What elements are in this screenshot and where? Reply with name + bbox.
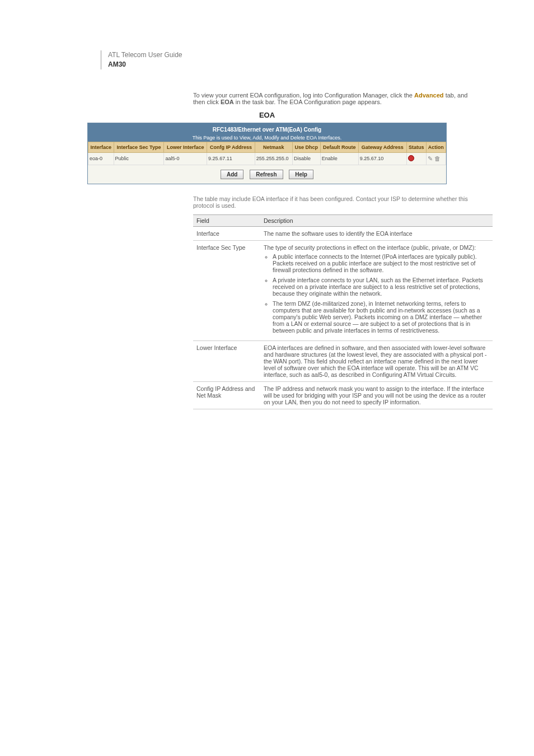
doc-header: ATL Telecom User Guide AM30 — [101, 50, 478, 69]
cell-status — [406, 152, 426, 165]
col-action: Action — [426, 142, 446, 152]
below-panel-text: The table may include EOA interface if i… — [193, 195, 478, 209]
cell-lower: aal5-0 — [164, 152, 207, 165]
cell-interface: eoa-0 — [88, 152, 114, 165]
col-gateway: Gateway Address — [358, 142, 406, 152]
status-dot-icon — [408, 155, 414, 161]
advanced-tab-label: Advanced — [414, 92, 444, 99]
col-confg-ip: Confg IP Address — [207, 142, 255, 152]
delete-icon[interactable]: 🗑 — [434, 156, 440, 161]
eoa-link-label: EOA — [221, 99, 234, 105]
model-name: AM30 — [108, 60, 478, 69]
field-row-sec-type: Interface Sec Type The type of security … — [193, 241, 493, 341]
field-desc: The type of security protections in effe… — [264, 244, 489, 337]
col-lower: Lower Interface — [164, 142, 207, 152]
col-status: Status — [406, 142, 426, 152]
col-interface: Interface — [88, 142, 114, 152]
field-table-header: Field Description — [193, 215, 493, 227]
eoa-caption: EOA — [56, 111, 478, 119]
field-name: Interface Sec Type — [196, 244, 264, 337]
col-use-dhcp: Use Dhcp — [292, 142, 320, 152]
list-item: A private interface connects to your LAN… — [273, 277, 489, 297]
edit-icon[interactable]: ✎ — [428, 156, 433, 161]
list-item: The term DMZ (de-militarized zone), in I… — [273, 300, 489, 334]
refresh-button[interactable]: Refresh — [250, 170, 283, 179]
field-row-lower-interface: Lower Interface EOA interfaces are defin… — [193, 341, 493, 382]
help-button[interactable]: Help — [289, 170, 313, 179]
cell-gw: 9.25.67.10 — [358, 152, 406, 165]
col-netmask: Netmask — [255, 142, 292, 152]
field-col-header: Field — [196, 217, 264, 224]
field-row-config-ip: Config IP Address and Net Mask The IP ad… — [193, 382, 493, 409]
cell-mask: 255.255.255.0 — [255, 152, 292, 165]
eoa-config-panel: RFC1483/Ethernet over ATM(EoA) Config Th… — [87, 123, 447, 184]
field-row-interface: Interface The name the software uses to … — [193, 227, 493, 241]
col-sec-type: Interface Sec Type — [114, 142, 164, 152]
field-name: Config IP Address and Net Mask — [196, 385, 264, 405]
field-desc: The IP address and network mask you want… — [264, 385, 489, 405]
cell-action: ✎ 🗑 — [426, 152, 446, 165]
field-definitions-table: Field Description Interface The name the… — [193, 214, 493, 409]
panel-header: RFC1483/Ethernet over ATM(EoA) Config Th… — [88, 123, 446, 142]
cell-ip: 9.25.67.11 — [207, 152, 255, 165]
guide-name: ATL Telecom User Guide — [108, 50, 478, 60]
col-def-route: Default Route — [320, 142, 358, 152]
list-item: A public interface connects to the Inter… — [273, 253, 489, 273]
description-col-header: Description — [264, 217, 489, 224]
sec-type-list: A public interface connects to the Inter… — [264, 253, 489, 334]
panel-subtitle: This Page is used to View, Add, Modify a… — [90, 135, 444, 141]
field-name: Interface — [196, 230, 264, 237]
field-desc: The name the software uses to identify t… — [264, 230, 489, 237]
button-row: Add Refresh Help — [88, 165, 446, 184]
intro-paragraph: To view your current EOA configuration, … — [193, 92, 478, 105]
cell-route: Enable — [320, 152, 358, 165]
field-desc: EOA interfaces are defined in software, … — [264, 344, 489, 378]
field-name: Lower Interface — [196, 344, 264, 378]
table-row: eoa-0 Public aal5-0 9.25.67.11 255.255.2… — [88, 152, 446, 165]
cell-sec: Public — [114, 152, 164, 165]
cell-dhcp: Disable — [292, 152, 320, 165]
eoa-table: Interface Interface Sec Type Lower Inter… — [88, 142, 446, 165]
add-button[interactable]: Add — [221, 170, 243, 179]
table-header-row: Interface Interface Sec Type Lower Inter… — [88, 142, 446, 152]
panel-title: RFC1483/Ethernet over ATM(EoA) Config — [90, 127, 444, 133]
